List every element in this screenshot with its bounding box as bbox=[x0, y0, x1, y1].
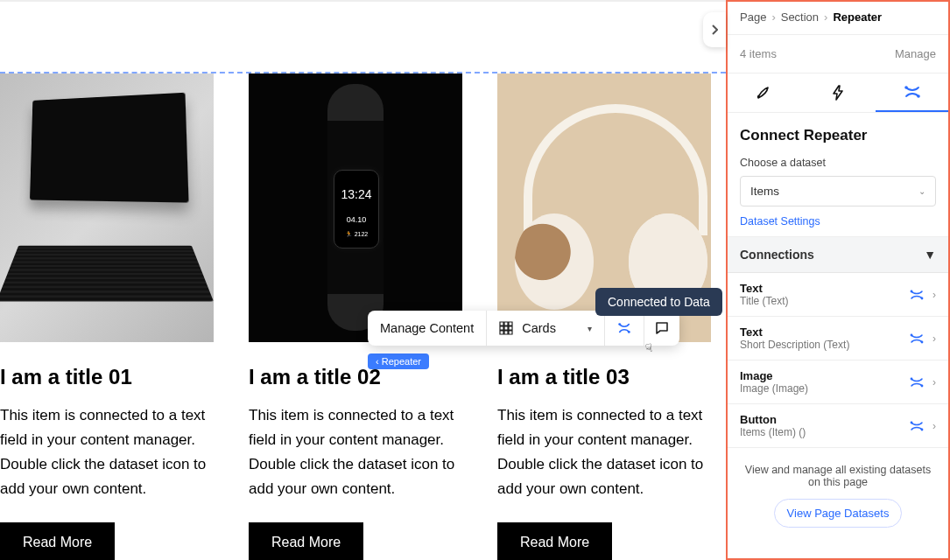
connection-field: Image (Image) bbox=[740, 382, 901, 395]
data-connection-icon bbox=[910, 420, 924, 432]
tab-animation[interactable] bbox=[800, 74, 875, 112]
connections-accordion-header[interactable]: Connections ▼ bbox=[726, 237, 950, 273]
svg-point-3 bbox=[918, 94, 921, 98]
read-more-button[interactable]: Read More bbox=[249, 522, 363, 560]
chevron-right-icon: › bbox=[932, 332, 936, 345]
svg-point-2 bbox=[905, 86, 909, 89]
breadcrumb-page[interactable]: Page bbox=[740, 10, 766, 24]
repeater-item[interactable]: I am a title 01 This item is connected t… bbox=[0, 74, 214, 560]
data-connection-icon bbox=[910, 289, 924, 301]
svg-point-1 bbox=[628, 331, 630, 333]
connection-field: Short Description (Text) bbox=[740, 339, 901, 351]
connection-field: Items (Item) () bbox=[740, 426, 901, 438]
section-title: Connect Repeater bbox=[740, 127, 936, 144]
chevron-right-icon: › bbox=[771, 10, 775, 24]
breadcrumb-section[interactable]: Section bbox=[781, 10, 819, 24]
layout-selector[interactable]: Cards ▾ bbox=[487, 311, 605, 346]
manage-items-link[interactable]: Manage bbox=[895, 47, 936, 60]
footer-text: View and manage all existing datasets on… bbox=[740, 464, 936, 488]
tab-design[interactable] bbox=[726, 74, 800, 112]
chevron-right-icon: › bbox=[824, 10, 827, 24]
item-count-label: 4 items bbox=[740, 47, 777, 60]
chevron-right-icon: › bbox=[932, 376, 936, 388]
tab-data[interactable] bbox=[876, 74, 950, 112]
manage-content-label: Manage Content bbox=[380, 321, 474, 335]
inspector-tabs bbox=[726, 74, 950, 113]
connection-element: Text bbox=[740, 282, 901, 295]
choose-dataset-label: Choose a dataset bbox=[740, 157, 936, 169]
canvas-top-padding bbox=[0, 2, 726, 37]
editor-canvas: I am a title 01 This item is connected t… bbox=[0, 0, 726, 560]
layout-label: Cards bbox=[522, 321, 556, 335]
card-image[interactable]: 13:24 04.10 🏃 2122 bbox=[249, 74, 462, 342]
connected-to-data-tooltip: Connected to Data bbox=[595, 288, 722, 316]
grid-icon bbox=[499, 321, 513, 335]
card-title[interactable]: I am a title 02 bbox=[249, 365, 462, 389]
chevron-right-icon: › bbox=[932, 289, 936, 301]
breadcrumb-current: Repeater bbox=[833, 10, 882, 24]
paintbrush-icon bbox=[756, 85, 771, 101]
chevron-right-icon: › bbox=[932, 420, 936, 432]
connection-row[interactable]: Text Title (Text) › bbox=[726, 273, 950, 317]
connection-row[interactable]: Text Short Description (Text) › bbox=[726, 317, 950, 360]
panel-collapse-toggle[interactable] bbox=[703, 12, 726, 47]
svg-point-4 bbox=[911, 290, 913, 292]
manage-content-button[interactable]: Manage Content bbox=[368, 311, 487, 346]
items-info-row: 4 items Manage bbox=[726, 35, 950, 74]
data-connection-icon bbox=[910, 376, 924, 388]
card-title[interactable]: I am a title 03 bbox=[497, 365, 711, 389]
connections-title: Connections bbox=[740, 248, 814, 262]
svg-point-9 bbox=[921, 384, 924, 387]
chevron-left-icon: ‹ bbox=[376, 356, 382, 367]
svg-point-7 bbox=[921, 340, 924, 343]
connection-element: Button bbox=[740, 413, 901, 426]
svg-point-5 bbox=[921, 297, 924, 299]
data-connection-icon bbox=[910, 332, 924, 345]
connection-field: Title (Text) bbox=[740, 295, 901, 307]
triangle-down-icon: ▼ bbox=[924, 248, 936, 262]
dataset-settings-link[interactable]: Dataset Settings bbox=[740, 215, 820, 228]
inspector-panel: Page › Section › Repeater 4 items Manage… bbox=[726, 0, 950, 560]
breadcrumb: Page › Section › Repeater bbox=[726, 0, 950, 35]
connection-row[interactable]: Button Items (Item) () › bbox=[726, 404, 950, 448]
chat-icon bbox=[655, 321, 669, 335]
dataset-select-value: Items bbox=[750, 185, 779, 198]
data-connection-icon bbox=[904, 84, 921, 100]
view-page-datasets-button[interactable]: View Page Datasets bbox=[774, 499, 903, 528]
svg-point-11 bbox=[921, 428, 924, 430]
read-more-button[interactable]: Read More bbox=[497, 522, 612, 560]
connection-element: Image bbox=[740, 369, 901, 382]
panel-footer: View and manage all existing datasets on… bbox=[726, 448, 950, 542]
dataset-select[interactable]: Items ⌄ bbox=[740, 176, 936, 206]
connection-element: Text bbox=[740, 326, 901, 339]
svg-point-8 bbox=[911, 377, 913, 380]
connection-row[interactable]: Image Image (Image) › bbox=[726, 360, 950, 404]
card-title[interactable]: I am a title 01 bbox=[0, 365, 214, 389]
card-description[interactable]: This item is connected to a text field i… bbox=[497, 403, 711, 501]
lightning-icon bbox=[831, 85, 845, 101]
svg-point-10 bbox=[911, 421, 913, 424]
chevron-down-icon: ⌄ bbox=[918, 186, 925, 196]
read-more-button[interactable]: Read More bbox=[0, 522, 115, 560]
connect-data-button[interactable] bbox=[605, 311, 644, 346]
watch-face-text: 13:24 04.10 🏃 2122 bbox=[340, 186, 373, 239]
connect-section: Connect Repeater Choose a dataset Items … bbox=[726, 113, 950, 237]
svg-point-6 bbox=[911, 333, 913, 336]
svg-point-0 bbox=[618, 323, 621, 326]
repeater-floating-toolbar: Manage Content Cards ▾ bbox=[368, 311, 679, 346]
card-description[interactable]: This item is connected to a text field i… bbox=[249, 403, 462, 501]
chevron-down-icon: ▾ bbox=[588, 324, 592, 333]
card-description[interactable]: This item is connected to a text field i… bbox=[0, 403, 214, 501]
data-connection-icon bbox=[617, 321, 631, 335]
repeater-badge[interactable]: ‹ Repeater bbox=[368, 354, 429, 369]
card-image[interactable] bbox=[0, 74, 214, 342]
